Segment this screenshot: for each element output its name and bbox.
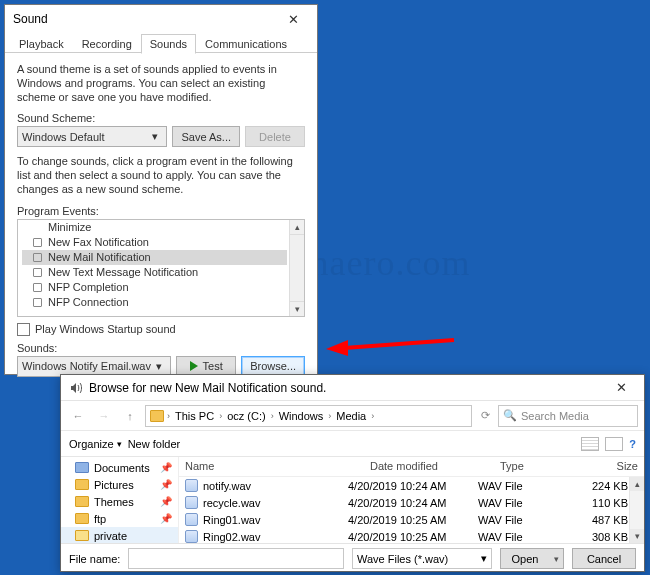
pin-icon: 📌 (160, 479, 172, 490)
file-row[interactable]: Ring02.wav4/20/2019 10:25 AMWAV File308 … (179, 528, 644, 543)
nav-item-label: private (94, 530, 127, 542)
theme-description: A sound theme is a set of sounds applied… (17, 63, 305, 104)
pin-icon: 📌 (160, 462, 172, 473)
col-name[interactable]: Name (179, 457, 364, 476)
file-titlebar: Browse for new New Mail Notification sou… (61, 375, 644, 401)
file-rows[interactable]: notify.wav4/20/2019 10:24 AMWAV File224 … (179, 477, 644, 543)
scroll-down-icon[interactable]: ▾ (630, 529, 644, 543)
file-row[interactable]: recycle.wav4/20/2019 10:24 AMWAV File110… (179, 494, 644, 511)
help-text: To change sounds, click a program event … (17, 155, 305, 196)
filename-input[interactable] (128, 548, 344, 569)
chevron-right-icon: › (371, 411, 374, 421)
nav-item[interactable]: Themes📌 (61, 493, 178, 510)
event-icon (33, 238, 42, 247)
chevron-right-icon: › (219, 411, 222, 421)
new-folder-button[interactable]: New folder (128, 438, 181, 450)
tab-sounds[interactable]: Sounds (141, 34, 196, 54)
organize-menu[interactable]: Organize ▾ (69, 438, 122, 450)
filename-label: File name: (69, 553, 120, 565)
event-icon (33, 268, 42, 277)
nav-item-label: Themes (94, 496, 134, 508)
close-button[interactable]: ✕ (273, 6, 313, 32)
test-label: Test (203, 360, 223, 372)
file-row[interactable]: notify.wav4/20/2019 10:24 AMWAV File224 … (179, 477, 644, 494)
nav-item[interactable]: Pictures📌 (61, 476, 178, 493)
nav-item-label: ftp (94, 513, 106, 525)
program-event-item[interactable]: NFP Completion (22, 280, 287, 295)
file-close-button[interactable]: ✕ (601, 375, 641, 401)
file-name: Ring01.wav (203, 514, 260, 526)
sounds-label: Sounds: (17, 342, 305, 354)
program-event-item[interactable]: New Text Message Notification (22, 265, 287, 280)
nav-pane[interactable]: Documents📌Pictures📌Themes📌ftp📌privateScr… (61, 457, 179, 543)
view-large-button[interactable] (581, 437, 599, 451)
play-icon (190, 361, 198, 371)
folder-icon (75, 462, 89, 473)
folder-icon (75, 496, 89, 507)
file-size: 110 KB (558, 497, 628, 509)
col-type[interactable]: Type (494, 457, 574, 476)
file-date: 4/20/2019 10:25 AM (348, 514, 478, 526)
chevron-down-icon: ▾ (481, 552, 487, 565)
save-as-button[interactable]: Save As... (172, 126, 240, 147)
nav-item[interactable]: private (61, 527, 178, 543)
chevron-down-icon: ▾ (148, 130, 162, 143)
search-input[interactable]: 🔍 Search Media (498, 405, 638, 427)
tab-playback[interactable]: Playback (10, 34, 73, 54)
event-label: New Fax Notification (48, 236, 149, 248)
program-event-item[interactable]: New Mail Notification (22, 250, 287, 265)
program-event-item[interactable]: Minimize (22, 220, 287, 235)
tab-communications[interactable]: Communications (196, 34, 296, 54)
view-details-button[interactable] (605, 437, 623, 451)
program-event-item[interactable]: NFP Connection (22, 295, 287, 310)
event-label: Minimize (48, 221, 91, 233)
speaker-icon (69, 381, 83, 395)
sound-tabs: PlaybackRecordingSoundsCommunications (5, 33, 317, 53)
nav-item[interactable]: Documents📌 (61, 459, 178, 476)
program-event-item[interactable]: New Fax Notification (22, 235, 287, 250)
nav-back-button[interactable]: ← (67, 405, 89, 427)
file-list-pane: Name Date modified Type Size notify.wav4… (179, 457, 644, 543)
breadcrumb-segment[interactable]: Media (334, 410, 368, 422)
column-headers[interactable]: Name Date modified Type Size (179, 457, 644, 477)
nav-item[interactable]: ftp📌 (61, 510, 178, 527)
events-label: Program Events: (17, 205, 305, 217)
file-footer: File name: Wave Files (*.wav) ▾ Open Can… (61, 543, 644, 573)
file-open-dialog: Browse for new New Mail Notification sou… (60, 374, 645, 572)
file-row[interactable]: Ring01.wav4/20/2019 10:25 AMWAV File487 … (179, 511, 644, 528)
breadcrumb-segment[interactable]: ocz (C:) (225, 410, 268, 422)
nav-up-button[interactable]: ↑ (119, 405, 141, 427)
event-label: NFP Completion (48, 281, 129, 293)
sound-body: A sound theme is a set of sounds applied… (5, 53, 317, 383)
file-size: 487 KB (558, 514, 628, 526)
startup-sound-checkbox[interactable] (17, 323, 30, 336)
help-button[interactable]: ? (629, 438, 636, 450)
breadcrumb-segment[interactable]: This PC (173, 410, 216, 422)
search-placeholder: Search Media (521, 410, 589, 422)
col-date[interactable]: Date modified (364, 457, 494, 476)
scheme-combo[interactable]: Windows Default ▾ (17, 126, 167, 147)
cancel-button[interactable]: Cancel (572, 548, 636, 569)
file-scrollbar[interactable]: ▴ ▾ (629, 477, 644, 543)
scroll-track[interactable] (289, 235, 304, 301)
scroll-up-icon[interactable]: ▴ (630, 477, 644, 491)
open-button[interactable]: Open (500, 548, 564, 569)
annotation-arrow (326, 336, 456, 356)
tab-recording[interactable]: Recording (73, 34, 141, 54)
breadcrumb-bar[interactable]: ›This PC›ocz (C:)›Windows›Media› (145, 405, 472, 427)
file-type: WAV File (478, 480, 558, 492)
delete-button: Delete (245, 126, 305, 147)
filetype-filter[interactable]: Wave Files (*.wav) ▾ (352, 548, 492, 569)
events-listbox[interactable]: MinimizeNew Fax NotificationNew Mail Not… (17, 219, 305, 317)
file-type: WAV File (478, 514, 558, 526)
scroll-down-icon[interactable]: ▾ (289, 301, 304, 316)
chevron-right-icon: › (271, 411, 274, 421)
breadcrumb-segment[interactable]: Windows (277, 410, 326, 422)
folder-icon (75, 530, 89, 541)
scheme-label: Sound Scheme: (17, 112, 305, 124)
file-name: notify.wav (203, 480, 251, 492)
scroll-up-icon[interactable]: ▴ (289, 220, 304, 235)
refresh-button[interactable]: ⟳ (476, 405, 494, 427)
filter-value: Wave Files (*.wav) (357, 553, 448, 565)
col-size[interactable]: Size (574, 457, 644, 476)
